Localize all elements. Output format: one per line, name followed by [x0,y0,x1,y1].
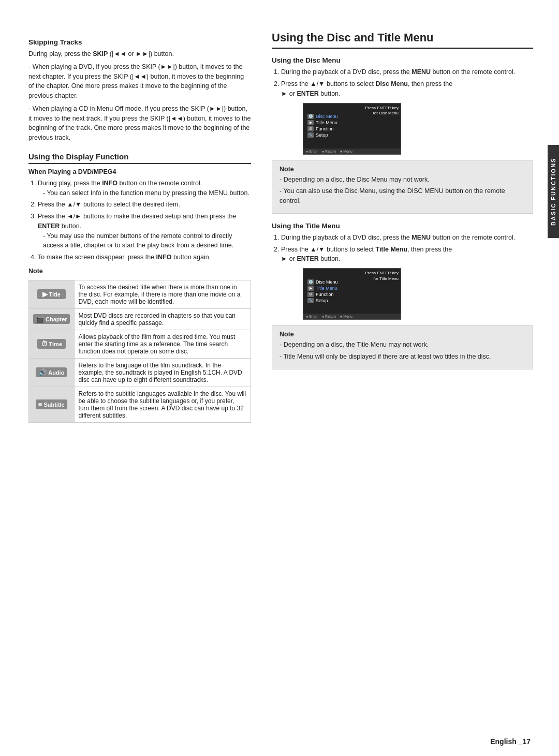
disc-note-line-1: - Depending on a disc, the Disc Menu may… [280,175,525,185]
table-row: 🔊 Audio Refers to the language of the fi… [29,358,251,387]
display-step-2: Press the ▲/▼ buttons to select the desi… [38,200,251,210]
disc-menu-heading: Using the Disc Menu [272,56,533,64]
title-menu-step-1: During the playback of a DVD disc, press… [281,233,533,243]
title-badge-label: Title [49,291,61,298]
disc-menu-item-setup: 🔧 Setup [307,132,396,138]
page-footer: English _17 [490,737,531,746]
title-menu-label2: Title Menu [316,286,337,291]
display-steps-list: During play, press the INFO button on th… [28,179,251,262]
table-row: ≡ Subtitle Refers to the subtitle langua… [29,387,251,422]
title-note-line-1: - Depending on a disc, the Title Menu ma… [280,340,525,350]
skipping-tracks-dvd: - When playing a DVD, if you press the S… [28,62,251,101]
icon-info-table: ▶ Title To access the desired title when… [28,280,251,423]
disc-menu-step-1: During the playback of a DVD disc, press… [281,67,533,77]
title-menu-item-function: ⚙ Function [307,292,396,297]
footer-menu2: ■ Menu [340,315,352,318]
function-label2: Function [316,292,334,297]
title-menu-icon2: ▶ [307,286,314,291]
title-menu-step-2: Press the ▲/▼ buttons to select Title Me… [281,245,533,264]
disc-menu-label: Disc Menu [316,114,338,119]
function-icon2: ⚙ [307,292,314,297]
chapter-badge-label: Chapter [46,316,67,322]
setup-icon: 🔧 [307,132,314,138]
footer-enter2: ● Enter [306,315,318,318]
title-menu-item-title: ▶ Title Menu [307,286,396,291]
subtitle-badge-label: Subtitle [43,402,64,408]
disc-label2: Disc Menu [316,279,338,285]
chapter-icon-cell: 🎬 Chapter [29,308,75,330]
disc-menu-item-function: ⚙ Function [307,126,396,131]
time-badge: ⏱ Time [37,339,66,349]
display-step-3: Press the ◄/► buttons to make the desire… [38,212,251,250]
disc-note-label: Note [280,166,525,173]
setup-label2: Setup [316,298,328,303]
disc-menu-note-box: Note - Depending on a disc, the Disc Men… [272,160,533,214]
time-icon-cell: ⏱ Time [29,330,75,358]
title-menu-screenshot: Press ENTER keyfor Title Menu 💿 Disc Men… [303,268,401,320]
dvd-mpeg4-subheading: When Playing a DVD/MPEG4 [28,168,251,175]
chapter-desc: Most DVD discs are recorded in chapters … [74,308,251,330]
display-step-1: During play, press the INFO button on th… [38,179,251,198]
disc-menu-item-title: ▶ Title Menu [307,120,396,125]
audio-badge: 🔊 Audio [36,367,67,377]
disc-menu-screenshot: Press ENTER keyfor Disc Menu 💿 Disc Menu… [303,103,401,155]
setup-icon2: 🔧 [307,298,314,303]
skipping-tracks-cd: - When playing a CD in Menu Off mode, if… [28,104,251,143]
audio-desc: Refers to the language of the film sound… [74,358,251,387]
table-row: ▶ Title To access the desired title when… [29,280,251,308]
main-title: Using the Disc and Title Menu [272,31,533,49]
title-desc: To access the desired title when there i… [74,280,251,308]
footer-menu: ■ Menu [340,150,352,153]
title-menu-steps: During the playback of a DVD disc, press… [272,233,533,264]
disc-icon2: 💿 [307,279,314,285]
title-icon: ▶ [42,290,48,298]
title-menu-heading: Using the Title Menu [272,222,533,230]
skipping-tracks-heading: Skipping Tracks [28,38,251,46]
subtitle-badge: ≡ Subtitle [36,399,67,409]
disc-menu-enter-note: Press ENTER keyfor Disc Menu [365,106,399,116]
audio-icon: 🔊 [38,368,47,376]
function-icon: ⚙ [307,126,314,131]
display-step-4: To make the screen disappear, press the … [38,253,251,262]
display-function-heading: Using the Display Function [28,152,251,164]
title-menu-note-box: Note - Depending on a disc, the Title Me… [272,325,533,369]
chapter-icon: 🎬 [36,315,44,323]
display-step-1-sub: - You can select Info in the function me… [38,188,251,198]
disc-menu-steps: During the playback of a DVD disc, press… [272,67,533,98]
audio-badge-label: Audio [48,369,64,376]
footer-return: ● Return [322,150,336,153]
disc-icon: 💿 [307,114,314,119]
right-column: Using the Disc and Title Menu Using the … [267,31,533,725]
disc-menu-footer: ● Enter ● Return ■ Menu [303,149,401,154]
subtitle-icon: ≡ [38,401,42,408]
disc-menu-step-2: Press the ▲/▼ buttons to select Disc Men… [281,79,533,99]
title-menu-label: Title Menu [316,120,337,125]
footer-return2: ● Return [322,315,336,318]
note-label: Note [28,268,251,275]
audio-icon-cell: 🔊 Audio [29,358,75,387]
display-step-3-sub: - You may use the number buttons of the … [38,231,251,251]
disc-note-line-2: - You can also use the Disc Menu, using … [280,186,525,206]
chapter-badge: 🎬 Chapter [33,314,70,324]
subtitle-icon-cell: ≡ Subtitle [29,387,75,422]
time-desc: Allows playback of the film from a desir… [74,330,251,358]
side-tab: BASIC FUNCTIONS [548,145,559,238]
title-menu-enter-note: Press ENTER keyfor Title Menu [365,271,399,281]
title-note-line-2: - Title Menu will only be displayed if t… [280,352,525,362]
time-badge-label: Time [49,341,62,347]
left-column: Skipping Tracks During play, press the S… [28,31,267,725]
time-icon: ⏱ [41,340,48,348]
title-menu-item-setup: 🔧 Setup [307,298,396,303]
skipping-tracks-intro: During play, press the SKIP (|◄◄ or ►►|)… [28,49,251,59]
title-menu-icon: ▶ [307,120,314,125]
title-badge: ▶ Title [37,289,66,299]
function-label: Function [316,126,334,131]
footer-enter: ● Enter [306,150,318,153]
table-row: 🎬 Chapter Most DVD discs are recorded in… [29,308,251,330]
setup-label: Setup [316,132,328,138]
subtitle-desc: Refers to the subtitle languages availab… [74,387,251,422]
title-icon-cell: ▶ Title [29,280,75,308]
title-menu-footer: ● Enter ● Return ■ Menu [303,314,401,319]
title-note-label: Note [280,331,525,338]
table-row: ⏱ Time Allows playback of the film from … [29,330,251,358]
